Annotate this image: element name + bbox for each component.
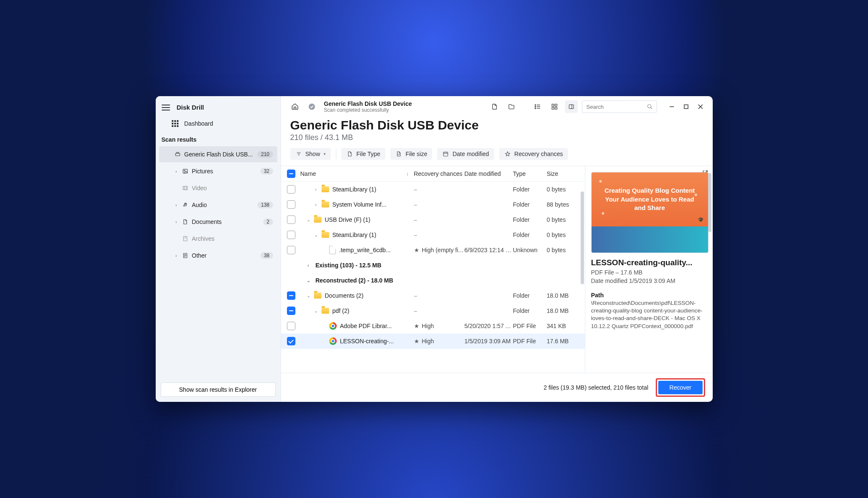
row-checkbox[interactable] (287, 200, 295, 209)
expand-icon[interactable]: › (314, 202, 318, 207)
expand-icon[interactable]: ⌄ (306, 293, 311, 298)
recover-button[interactable]: Recover (658, 381, 702, 394)
select-all-checkbox[interactable] (287, 170, 295, 178)
view-panel-icon[interactable] (565, 100, 578, 113)
sidebar-item-4[interactable]: ›Documents2 (159, 214, 277, 230)
show-in-explorer-button[interactable]: Show scan results in Explorer (161, 382, 276, 397)
nav-dashboard[interactable]: Dashboard (156, 117, 281, 130)
recovery-cell: – (414, 292, 465, 299)
size-cell: 0 bytes (547, 247, 581, 253)
type-cell: Folder (513, 292, 547, 299)
sidebar-item-5[interactable]: ›Archives (159, 231, 277, 247)
col-name[interactable]: Name (300, 170, 316, 177)
row-checkbox[interactable] (287, 291, 295, 300)
folder-icon[interactable] (505, 100, 518, 113)
row-checkbox[interactable] (287, 337, 295, 345)
view-grid-icon[interactable] (548, 100, 561, 113)
sidebar-item-label: Video (192, 185, 273, 191)
recovery-cell: ★High (414, 323, 465, 329)
preview-pane: Creating Quality Blog Content Your Audie… (585, 166, 713, 373)
recovery-cell: ★High (empty fi... (414, 247, 465, 253)
file-row[interactable]: ›System Volume Inf...–Folder88 bytes (281, 197, 585, 212)
row-checkbox[interactable] (287, 322, 295, 330)
scrollbar[interactable] (581, 191, 584, 360)
chevron-right-icon: › (174, 220, 178, 224)
group-row[interactable]: ⌄Reconstructed (2) - 18.0 MB (281, 273, 585, 288)
file-icon[interactable] (488, 100, 501, 113)
expand-icon[interactable]: ⌄ (314, 309, 318, 313)
svg-rect-3 (172, 123, 173, 124)
recovery-cell: – (414, 201, 465, 208)
graduation-icon: 🎓 (698, 216, 704, 223)
file-row[interactable]: ›Adobe PDF Librar...★High5/20/2020 1:57 … (281, 318, 585, 334)
row-checkbox[interactable] (287, 231, 295, 239)
maximize-icon[interactable] (680, 100, 692, 113)
svg-rect-30 (552, 107, 554, 109)
sidebar-item-label: Archives (192, 235, 273, 242)
sidebar-item-label: Audio (192, 202, 254, 208)
chrome-icon (329, 337, 337, 345)
file-row[interactable]: ›LESSON-creating-...★High1/5/2019 3:09 A… (281, 334, 585, 349)
file-row[interactable]: ⌄SteamLibrary (1)–Folder0 bytes (281, 227, 585, 242)
menu-icon[interactable] (162, 105, 170, 110)
filter-recovery[interactable]: Recovery chances (499, 148, 568, 160)
file-name: .temp_write_6cdb... (339, 247, 391, 253)
preview-scrollbar[interactable] (708, 173, 711, 249)
expand-icon[interactable]: ⌄ (306, 278, 311, 283)
expand-icon[interactable]: ⌄ (314, 233, 318, 237)
filter-file-size[interactable]: File size (390, 148, 432, 160)
svg-point-22 (535, 105, 535, 105)
type-cell: Folder (513, 201, 547, 208)
view-list-icon[interactable] (531, 100, 544, 113)
file-row[interactable]: ⌄pdf (2)–Folder18.0 MB (281, 303, 585, 318)
column-headers: Name ↓ Recovery chances Date modified Ty… (281, 166, 585, 182)
filter-date-modified[interactable]: Date modified (437, 148, 494, 160)
count-badge: 138 (257, 202, 273, 208)
archive-icon (182, 235, 189, 242)
sidebar-item-0[interactable]: ›Generic Flash Disk USB...210 (159, 146, 277, 162)
file-name: Adobe PDF Librar... (340, 323, 392, 329)
file-row[interactable]: ›.temp_write_6cdb...★High (empty fi...6/… (281, 242, 585, 258)
col-recovery[interactable]: Recovery chances (414, 170, 465, 177)
type-cell: Folder (513, 216, 547, 223)
sidebar-item-1[interactable]: ›Pictures32 (159, 163, 277, 179)
date-cell: 6/9/2023 12:14 PM (465, 247, 513, 253)
sidebar-item-3[interactable]: ›Audio138 (159, 197, 277, 213)
col-date[interactable]: Date modified (465, 170, 513, 177)
expand-icon[interactable]: ⌄ (306, 218, 311, 222)
group-row[interactable]: ›Existing (103) - 12.5 MB (281, 258, 585, 273)
breadcrumb-title: Generic Flash Disk USB Device (324, 100, 412, 107)
breadcrumb: Generic Flash Disk USB Device Scan compl… (324, 100, 412, 113)
row-checkbox[interactable] (287, 246, 295, 254)
expand-icon[interactable]: › (306, 263, 311, 268)
size-cell: 0 bytes (547, 186, 581, 193)
row-checkbox[interactable] (287, 307, 295, 315)
topbar: Generic Flash Disk USB Device Scan compl… (281, 96, 713, 116)
filter-show[interactable]: Show ▾ (290, 148, 331, 160)
type-cell: Unknown (513, 247, 547, 253)
close-icon[interactable] (694, 100, 707, 113)
file-row[interactable]: ⌄Documents (2)–Folder18.0 MB (281, 288, 585, 303)
svg-rect-9 (175, 153, 180, 156)
col-type[interactable]: Type (513, 170, 547, 177)
minimize-icon[interactable] (665, 100, 678, 113)
row-checkbox[interactable] (287, 215, 295, 224)
home-icon[interactable] (289, 100, 301, 113)
filter-file-type[interactable]: File Type (341, 148, 386, 160)
col-size[interactable]: Size (547, 170, 581, 177)
svg-point-26 (535, 108, 535, 109)
file-row[interactable]: ⌄USB Drive (F) (1)–Folder0 bytes (281, 212, 585, 227)
file-icon (329, 246, 336, 254)
search-input[interactable] (582, 100, 657, 113)
sidebar-item-2[interactable]: ›Video (159, 180, 277, 196)
scan-complete-icon (306, 100, 318, 113)
row-checkbox[interactable] (287, 185, 295, 194)
size-cell: 0 bytes (547, 232, 581, 238)
sidebar-item-6[interactable]: ›Other38 (159, 248, 277, 264)
search-field[interactable] (586, 103, 634, 110)
expand-icon[interactable]: › (314, 187, 318, 192)
video-icon (182, 185, 189, 191)
svg-rect-0 (172, 120, 173, 122)
audio-icon (182, 202, 189, 208)
file-row[interactable]: ›SteamLibrary (1)–Folder0 bytes (281, 182, 585, 197)
